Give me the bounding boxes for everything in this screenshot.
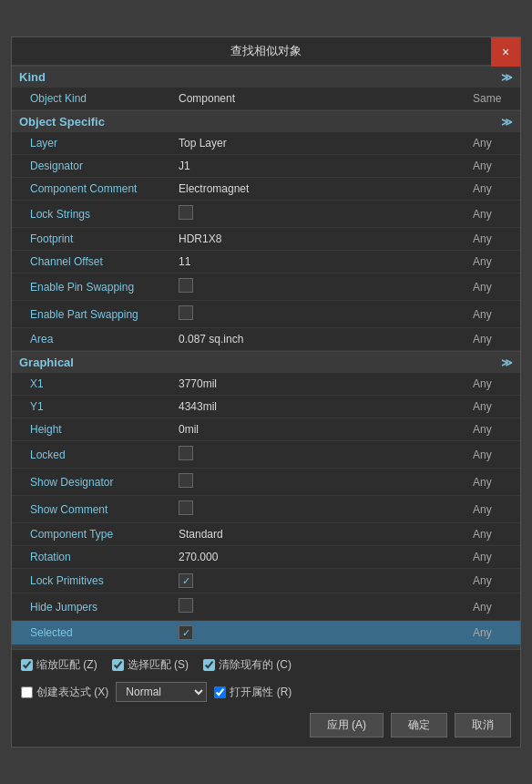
prop-value-kind-0: Component [171,89,466,108]
prop-checkbox-graphical-3[interactable] [179,446,193,460]
prop-label-graphical-7: Rotation [12,548,171,566]
prop-row-graphical-1: Y14343milAny [12,396,520,418]
prop-row-graphical-2: Height0milAny [12,418,520,441]
prop-checkbox-object_specific-7[interactable] [179,305,193,320]
section-header-kind[interactable]: Kind≫ [12,66,520,88]
prop-value-graphical-2: 0mil [171,420,466,438]
dialog-title: 查找相似对象 [230,43,302,59]
prop-label-graphical-10: Selected [12,624,171,642]
prop-any-graphical-4[interactable]: Any [466,473,520,491]
prop-any-object_specific-8[interactable]: Any [466,330,520,348]
cancel-button[interactable]: 取消 [455,713,511,738]
find-similar-dialog: 查找相似对象 × Kind≫Object KindComponentSameOb… [11,36,521,748]
prop-row-kind-0: Object KindComponentSame [12,88,520,110]
prop-value-object_specific-1: J1 [171,157,466,175]
prop-value-graphical-3 [171,443,466,466]
prop-label-object_specific-0: Layer [12,134,171,152]
prop-any-graphical-5[interactable]: Any [466,500,520,519]
prop-value-graphical-7: 270.000 [171,548,466,566]
prop-any-object_specific-7[interactable]: Any [466,305,520,324]
prop-checkbox-graphical-10[interactable]: ✓ [179,625,193,640]
prop-value-graphical-9 [171,595,466,618]
prop-any-graphical-2[interactable]: Any [466,420,520,438]
select-match-check[interactable]: 选择匹配 (S) [112,657,189,673]
prop-value-object_specific-6 [171,275,466,298]
prop-value-object_specific-7 [171,303,466,325]
titlebar: 查找相似对象 × [12,37,520,66]
prop-any-object_specific-5[interactable]: Any [466,253,520,271]
prop-any-object_specific-4[interactable]: Any [466,230,520,248]
section-label-object_specific: Object Specific [19,115,105,129]
prop-row-graphical-10: Selected✓Any [12,621,520,645]
prop-any-object_specific-3[interactable]: Any [466,205,520,223]
prop-row-object_specific-0: LayerTop LayerAny [12,132,520,155]
prop-value-graphical-4 [171,470,466,493]
prop-label-graphical-2: Height [12,420,171,438]
open-props-check[interactable]: 打开属性 (R) [214,685,292,700]
prop-any-graphical-8[interactable]: Any [466,572,520,590]
prop-checkbox-graphical-9[interactable] [179,598,193,613]
collapse-icon-object_specific: ≫ [501,116,513,129]
collapse-icon-graphical: ≫ [501,356,513,369]
prop-any-object_specific-6[interactable]: Any [466,278,520,296]
prop-row-object_specific-5: Channel Offset11Any [12,251,520,273]
apply-button[interactable]: 应用 (A) [310,713,384,738]
footer-controls-row2: 创建表达式 (X) Normal Highlight Select Zoom 打… [12,676,520,707]
collapse-icon-kind: ≫ [501,71,513,84]
prop-checkbox-graphical-8[interactable]: ✓ [179,573,193,588]
prop-label-object_specific-2: Component Comment [12,180,171,198]
prop-row-graphical-0: X13770milAny [12,373,520,396]
prop-any-graphical-7[interactable]: Any [466,548,520,566]
prop-row-object_specific-8: Area0.087 sq.inchAny [12,328,520,351]
prop-any-graphical-3[interactable]: Any [466,446,520,464]
prop-value-object_specific-4: HDR1X8 [171,230,466,248]
prop-label-graphical-4: Show Designator [12,473,171,491]
prop-label-graphical-9: Hide Jumpers [12,598,171,616]
prop-any-graphical-6[interactable]: Any [466,525,520,543]
prop-any-graphical-1[interactable]: Any [466,397,520,416]
footer-buttons: 应用 (A) 确定 取消 [12,707,520,747]
prop-row-object_specific-6: Enable Pin SwappingAny [12,273,520,301]
zoom-match-check[interactable]: 缩放匹配 (Z) [21,657,97,673]
prop-any-graphical-10[interactable]: Any [466,624,520,642]
prop-any-object_specific-2[interactable]: Any [466,180,520,198]
prop-row-object_specific-4: FootprintHDR1X8Any [12,228,520,251]
section-label-kind: Kind [19,70,46,84]
prop-checkbox-object_specific-3[interactable] [179,205,193,220]
close-button[interactable]: × [491,37,520,67]
prop-checkbox-graphical-4[interactable] [179,473,193,488]
prop-label-object_specific-3: Lock Strings [12,205,171,223]
prop-row-graphical-8: Lock Primitives✓Any [12,569,520,593]
prop-row-graphical-7: Rotation270.000Any [12,546,520,569]
prop-row-object_specific-7: Enable Part SwappingAny [12,301,520,328]
prop-label-graphical-8: Lock Primitives [12,572,171,590]
prop-value-graphical-6: Standard [171,525,466,543]
prop-row-graphical-5: Show CommentAny [12,496,520,523]
prop-row-graphical-3: LockedAny [12,441,520,469]
prop-any-graphical-0[interactable]: Any [466,375,520,393]
prop-label-object_specific-4: Footprint [12,230,171,248]
prop-value-graphical-0: 3770mil [171,375,466,393]
prop-any-object_specific-1[interactable]: Any [466,157,520,175]
prop-any-graphical-9[interactable]: Any [466,598,520,616]
prop-row-object_specific-3: Lock StringsAny [12,201,520,228]
prop-row-graphical-4: Show DesignatorAny [12,469,520,496]
prop-any-kind-0[interactable]: Same [466,89,520,108]
clear-existing-check[interactable]: 清除现有的 (C) [203,657,292,673]
confirm-button[interactable]: 确定 [391,713,447,738]
prop-label-graphical-1: Y1 [12,397,171,416]
prop-checkbox-graphical-5[interactable] [179,500,193,515]
prop-any-object_specific-0[interactable]: Any [466,134,520,152]
prop-value-graphical-8: ✓ [171,571,466,591]
prop-row-graphical-6: Component TypeStandardAny [12,523,520,546]
normal-dropdown[interactable]: Normal Highlight Select Zoom [116,682,207,702]
section-header-graphical[interactable]: Graphical≫ [12,351,520,373]
prop-label-object_specific-7: Enable Part Swapping [12,305,171,324]
scroll-area[interactable]: Kind≫Object KindComponentSameObject Spec… [12,66,520,649]
prop-label-object_specific-5: Channel Offset [12,253,171,271]
create-expression-check[interactable]: 创建表达式 (X) [21,685,108,700]
section-header-object_specific[interactable]: Object Specific≫ [12,110,520,132]
prop-checkbox-object_specific-6[interactable] [179,278,193,293]
section-label-graphical: Graphical [19,356,74,369]
prop-label-graphical-6: Component Type [12,525,171,543]
